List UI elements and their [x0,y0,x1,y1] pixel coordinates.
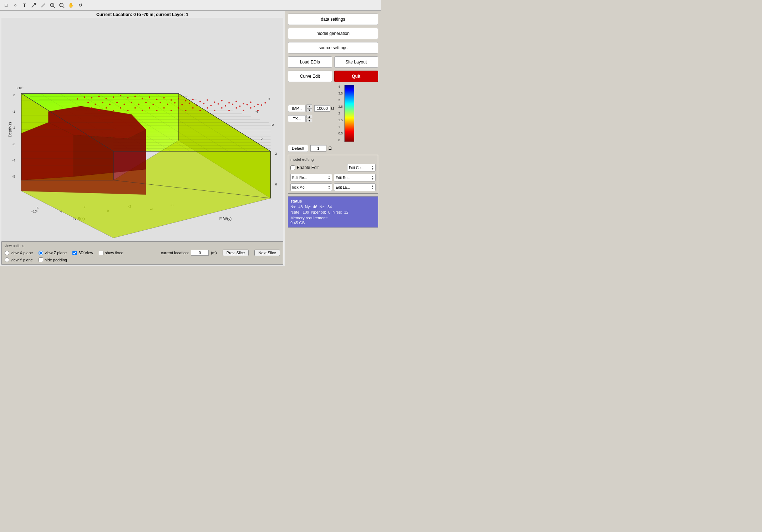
imp-up-arrow[interactable]: ▲ [306,104,312,108]
view-3d-check[interactable]: 3D View [72,251,93,255]
zoom-out-tool[interactable] [58,1,66,9]
rectangle-tool[interactable]: □ [2,1,10,9]
svg-point-133 [225,105,226,107]
svg-point-131 [210,105,212,106]
line-tool[interactable] [39,1,47,9]
model-editing-section: model editing Enable Edit Edit Co... ▲ ▼… [288,155,378,194]
memory-row: Memory requirement: [290,216,376,220]
svg-point-150 [250,107,252,109]
view-y-plane-input[interactable] [5,257,9,262]
plot-canvas[interactable]: Depth(z) ×10⁵ 0 -1 -2 -3 -4 -5 N-S(x) ×1… [1,18,283,241]
color-scale-bar [344,85,354,142]
curve-quit-row: Curve Edit Quit [288,71,378,82]
svg-point-108 [228,102,230,104]
svg-point-123 [152,104,154,105]
imp-unit: Ω [331,106,334,111]
memory-val: 9.45 [290,221,298,225]
svg-point-93 [120,95,121,96]
ex-dropdown[interactable]: EX... [288,115,306,122]
svg-point-137 [254,106,255,107]
svg-point-116 [102,102,103,103]
svg-text:2: 2 [275,152,277,155]
show-fixed-check[interactable]: show fixed [99,251,123,255]
ex-spinner: ▲ ▼ [306,115,312,122]
load-edis-button[interactable]: Load EDIs [288,56,332,68]
curve-edit-button[interactable]: Curve Edit [288,71,332,82]
imp-value-input[interactable] [314,105,330,112]
lock-mo-button[interactable]: lock Mo... ▲ ▼ [290,183,332,191]
next-slice-button[interactable]: Next Slice [254,250,280,256]
default-row: Default Ω [288,145,378,152]
prev-slice-button[interactable]: Prev. Slice [223,250,249,256]
svg-point-154 [142,110,143,111]
arrow-tool[interactable] [30,1,38,9]
svg-text:-6: -6 [267,97,270,101]
svg-text:×10⁵: ×10⁵ [31,210,38,213]
pan-tool[interactable]: ✋ [67,1,75,9]
svg-text:×10⁵: ×10⁵ [17,86,24,90]
hide-padding-input[interactable] [39,257,43,262]
source-settings-button[interactable]: source settings [288,42,378,53]
svg-point-118 [116,102,118,103]
zoom-in-tool[interactable] [49,1,56,9]
plot-area: Current Location: 0 to -70 m; current La… [0,11,285,266]
svg-point-135 [239,106,240,107]
ex-dropdown-row: EX... ▲ ▼ [288,115,334,122]
svg-point-113 [264,102,266,104]
ellipse-tool[interactable]: ○ [11,1,19,9]
nres-label: Nres: [332,210,342,214]
svg-point-143 [149,107,150,109]
load-site-row: Load EDIs Site Layout [288,56,378,68]
data-settings-button[interactable]: data settings [288,14,378,25]
site-layout-button[interactable]: Site Layout [334,56,379,68]
quit-button[interactable]: Quit [334,71,379,82]
svg-point-144 [163,107,165,109]
enable-edit-checkbox[interactable] [290,165,295,170]
text-tool[interactable]: T [21,1,29,9]
view-3d-input[interactable] [72,251,77,255]
edit-co-button[interactable]: Edit Co... ▲ ▼ [347,164,376,172]
default-value-input[interactable] [310,145,326,152]
imp-down-arrow[interactable]: ▼ [306,108,312,112]
svg-point-139 [91,107,92,109]
svg-point-100 [171,99,172,101]
show-fixed-input[interactable] [99,251,103,255]
view-y-plane-radio[interactable]: view Y plane [5,257,33,262]
svg-point-151 [98,110,100,111]
svg-point-146 [192,107,194,109]
memory-value-row: 9.45 GB [290,221,376,225]
view-x-plane-input[interactable] [5,251,9,255]
svg-point-148 [221,107,223,109]
imp-dropdown[interactable]: IMP... [288,105,306,112]
ex-up-arrow[interactable]: ▲ [306,115,312,118]
right-panel: data settings model generation source se… [285,11,381,266]
default-button[interactable]: Default [288,145,308,152]
svg-text:E-W(y): E-W(y) [219,216,232,221]
svg-point-88 [84,96,85,98]
current-location-input[interactable] [191,250,209,256]
svg-point-158 [199,110,201,111]
nsite-label: Nsite: [290,210,300,214]
ex-down-arrow[interactable]: ▼ [306,119,312,122]
view-z-plane-radio[interactable]: view Z plane [39,251,67,255]
svg-point-161 [243,110,244,111]
ny-label: Ny: [305,205,311,209]
view-options-title: view options [5,244,280,248]
view-z-plane-input[interactable] [39,251,43,255]
svg-point-153 [127,110,128,111]
svg-text:0: 0 [13,93,15,97]
svg-point-117 [109,104,111,105]
svg-text:-5: -5 [12,175,15,178]
edit-la-button[interactable]: Edit La... ▲ ▼ [334,183,376,191]
svg-line-1 [41,4,45,7]
edit-re-button[interactable]: Edit Re... ▲ ▼ [290,174,332,181]
edit-ro-button[interactable]: Edit Ro... ▲ ▼ [334,174,376,181]
view-x-plane-radio[interactable]: view X plane [5,251,33,255]
model-generation-button[interactable]: model generation [288,28,378,39]
hide-padding-check[interactable]: hide padding [39,257,67,262]
imp-ex-group: IMP... ▲ ▼ Ω EX... ▲ ▼ [288,104,334,122]
reset-tool[interactable]: ↺ [76,1,84,9]
status-section: status Nx: 48 Ny: 46 Nz: 34 Nsite: 109 N… [288,196,378,227]
svg-point-99 [163,97,165,98]
svg-point-107 [221,100,223,101]
